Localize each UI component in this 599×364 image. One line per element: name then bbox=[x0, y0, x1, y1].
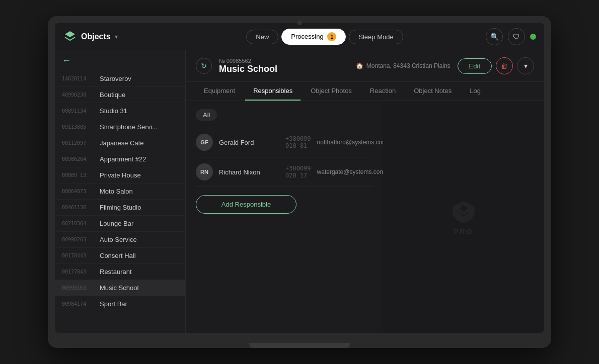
nav-buttons: New Processing 1 Sleep Mode bbox=[169, 29, 481, 45]
avatar: RN bbox=[196, 163, 213, 180]
item-name: Private House bbox=[100, 171, 141, 179]
list-item[interactable]: 00998163 Music School bbox=[55, 280, 185, 296]
watermark-logo-icon bbox=[448, 199, 479, 224]
resp-email: notthatford@systems.com bbox=[317, 139, 383, 146]
sidebar-header: ← bbox=[55, 50, 185, 71]
item-name: Auto Service bbox=[100, 236, 137, 243]
logo-area: Objects ▾ bbox=[63, 30, 164, 44]
edit-button[interactable]: Edit bbox=[458, 58, 492, 74]
watermark-text: PRO bbox=[454, 228, 473, 236]
item-id: 00891134 bbox=[62, 108, 95, 114]
tab-object-photos[interactable]: Object Photos bbox=[303, 82, 360, 101]
delete-button[interactable]: 🗑 bbox=[496, 57, 513, 74]
list-item[interactable]: 00210364 Lounge Bar bbox=[55, 216, 185, 232]
list-item[interactable]: 00984174 Sport Bar bbox=[55, 296, 185, 312]
app-title: Objects bbox=[81, 32, 111, 41]
resp-phone: +380099 020 17 bbox=[285, 165, 311, 179]
header-actions: Edit 🗑 ▾ bbox=[458, 57, 534, 74]
item-name: Sport Bar bbox=[100, 300, 127, 308]
item-name: Smartphone Servi... bbox=[100, 123, 158, 131]
expand-button[interactable]: ▾ bbox=[517, 57, 534, 74]
top-actions: 🔍 🛡 bbox=[486, 28, 536, 45]
list-item[interactable]: 09113885 Smartphone Servi... bbox=[55, 119, 185, 135]
item-name: Boutique bbox=[100, 91, 125, 99]
resp-phone: +380099 010 81 bbox=[285, 135, 311, 149]
item-name: Lounge Bar bbox=[100, 220, 133, 227]
list-item[interactable]: 00998263 Auto Service bbox=[55, 232, 185, 248]
item-name: Appartment #22 bbox=[100, 155, 146, 163]
list-item[interactable]: 00112097 Japanese Cafe bbox=[55, 135, 185, 151]
item-id: 00112097 bbox=[62, 140, 95, 146]
object-header: ↻ № 00985562 Music School 🏠 Montana, 843… bbox=[186, 50, 544, 82]
responsible-row: GF Gerald Ford +380099 010 81 notthatfor… bbox=[196, 128, 373, 157]
chevron-down-icon: ▾ bbox=[524, 62, 528, 70]
tabs-bar: Equipment Responsibles Object Photos Rea… bbox=[186, 82, 544, 101]
item-name: Consert Hall bbox=[100, 252, 136, 259]
tab-reaction[interactable]: Reaction bbox=[362, 82, 404, 101]
resp-name: Richard Nixon bbox=[219, 168, 279, 176]
processing-badge: 1 bbox=[327, 32, 336, 41]
dropdown-arrow-icon[interactable]: ▾ bbox=[115, 33, 118, 40]
resp-name: Gerald Ford bbox=[219, 139, 279, 146]
list-item[interactable]: 00864073 Moto Salon bbox=[55, 184, 185, 200]
refresh-button[interactable]: ↻ bbox=[196, 58, 212, 74]
tab-content: All GF Gerald Ford +380099 010 81 nottha… bbox=[186, 101, 544, 333]
list-item[interactable]: 00177843 Restaurant bbox=[55, 264, 185, 280]
item-id: 00998163 bbox=[62, 285, 95, 291]
list-item[interactable]: 00461136 Filming Studio bbox=[55, 200, 185, 216]
object-title: Music School bbox=[219, 64, 349, 74]
sidebar: ← 14620114 Staroverov 40990230 Boutique … bbox=[55, 50, 186, 333]
object-number: № 00985562 bbox=[219, 58, 349, 64]
list-item[interactable]: 14620114 Staroverov bbox=[55, 71, 185, 87]
tab-responsibles[interactable]: Responsibles bbox=[245, 82, 301, 101]
item-name: Japanese Cafe bbox=[100, 139, 143, 147]
search-button[interactable]: 🔍 bbox=[486, 28, 503, 45]
trash-icon: 🗑 bbox=[501, 62, 508, 70]
item-name: Studio 31 bbox=[100, 107, 127, 115]
item-name: Staroverov bbox=[100, 75, 131, 82]
list-item[interactable]: 00178443 Consert Hall bbox=[55, 248, 185, 264]
item-id: 00210364 bbox=[62, 221, 95, 226]
processing-button[interactable]: Processing 1 bbox=[281, 29, 346, 45]
list-item[interactable]: 00891134 Studio 31 bbox=[55, 103, 185, 119]
right-panel: PRO bbox=[383, 101, 544, 333]
item-name: Filming Studio bbox=[100, 204, 141, 211]
home-icon: 🏠 bbox=[356, 62, 363, 69]
item-id: 40990230 bbox=[62, 92, 95, 98]
item-id: 00461136 bbox=[62, 205, 95, 210]
new-button[interactable]: New bbox=[246, 30, 278, 44]
main-content: ← 14620114 Staroverov 40990230 Boutique … bbox=[55, 50, 544, 333]
sidebar-list: 14620114 Staroverov 40990230 Boutique 00… bbox=[55, 71, 185, 312]
item-name: Restaurant bbox=[100, 268, 132, 276]
item-id: 00986264 bbox=[62, 156, 95, 162]
sleep-mode-button[interactable]: Sleep Mode bbox=[349, 30, 403, 44]
item-id: 00889 13 bbox=[62, 172, 95, 178]
location-info: 🏠 Montana, 84343 Cristian Plains bbox=[356, 62, 451, 69]
item-id: 00984174 bbox=[62, 301, 95, 307]
item-id: 00998263 bbox=[62, 237, 95, 242]
content-area: ↻ № 00985562 Music School 🏠 Montana, 843… bbox=[186, 50, 544, 333]
logo-icon bbox=[63, 30, 77, 44]
item-id: 00864073 bbox=[62, 189, 95, 194]
watermark: PRO bbox=[448, 199, 479, 236]
responsibles-panel: All GF Gerald Ford +380099 010 81 nottha… bbox=[186, 101, 383, 333]
responsible-row: RN Richard Nixon +380099 020 17 watergat… bbox=[196, 157, 373, 187]
top-bar: Objects ▾ New Processing 1 Sleep Mode 🔍 bbox=[55, 23, 544, 50]
item-id: 00177843 bbox=[62, 269, 95, 275]
item-id: 09113885 bbox=[62, 124, 95, 130]
avatar: GF bbox=[196, 134, 213, 151]
list-item[interactable]: 00986264 Appartment #22 bbox=[55, 151, 185, 167]
tab-log[interactable]: Log bbox=[462, 82, 489, 101]
list-item[interactable]: 40990230 Boutique bbox=[55, 87, 185, 103]
item-id: 14620114 bbox=[62, 76, 95, 81]
tab-object-notes[interactable]: Object Notes bbox=[406, 82, 460, 101]
tab-equipment[interactable]: Equipment bbox=[196, 82, 243, 101]
status-indicator bbox=[530, 34, 536, 40]
all-filter-badge[interactable]: All bbox=[196, 109, 217, 121]
item-name: Music School bbox=[100, 284, 138, 292]
list-item[interactable]: 00889 13 Private House bbox=[55, 167, 185, 184]
back-button[interactable]: ← bbox=[62, 55, 71, 66]
add-responsible-button[interactable]: Add Responsible bbox=[196, 195, 296, 214]
shield-button[interactable]: 🛡 bbox=[508, 28, 525, 45]
location-text: Montana, 84343 Cristian Plains bbox=[366, 62, 451, 69]
